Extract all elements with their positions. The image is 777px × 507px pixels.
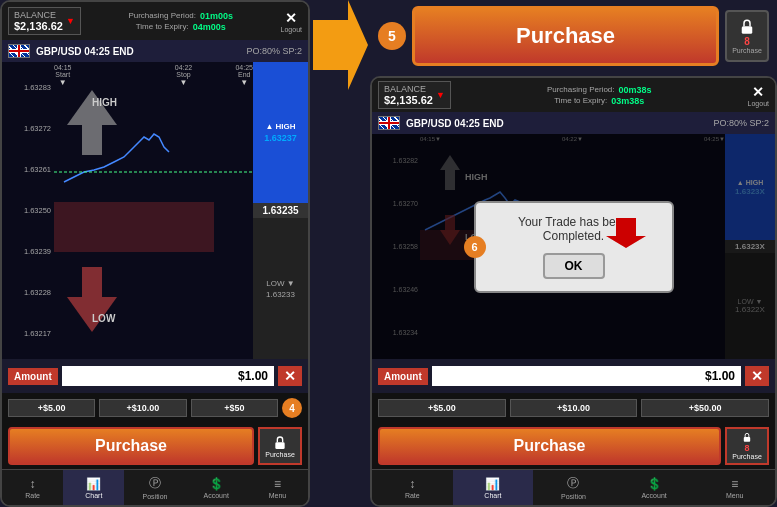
nav-chart-right[interactable]: 📊 Chart — [453, 470, 534, 505]
amount-input-right[interactable] — [432, 366, 741, 386]
lock-icon-top — [738, 18, 756, 36]
nav-position-right[interactable]: Ⓟ Position — [533, 470, 614, 505]
amount-row-left: Amount ✕ — [2, 359, 308, 393]
high-badge: ▲ HIGH — [265, 122, 295, 131]
price-7: 1.63217 — [2, 329, 54, 338]
lock-count-top: 8 — [744, 36, 750, 47]
balance-label: BALANCE — [14, 10, 63, 20]
right-phone: BALANCE $2,135.62 ▼ Purchasing Period: 0… — [370, 76, 777, 507]
price-low-box: LOW ▼ 1.63233 — [253, 218, 308, 359]
position-label-left: Position — [143, 493, 168, 500]
price-5: 1.63239 — [2, 247, 54, 256]
balance-arrow-icon-right: ▼ — [436, 90, 445, 100]
balance-arrow-icon: ▼ — [66, 16, 75, 26]
expiry-row-right: Time to Expiry: 03m38s — [554, 96, 644, 106]
purchasing-period-label-right: Purchasing Period: — [547, 85, 615, 94]
step5-badge: 5 — [378, 22, 406, 50]
lock-label-right: Purchase — [732, 453, 762, 460]
balance-label-right: BALANCE — [384, 84, 433, 94]
price-box: ▲ HIGH 1.63237 1.63235 LOW ▼ 1.63233 — [253, 62, 308, 359]
purchase-button-left[interactable]: Purchase — [8, 427, 254, 465]
purchasing-period-row-right: Purchasing Period: 00m38s — [547, 85, 652, 95]
bottom-nav-left: ↕ Rate 📊 Chart Ⓟ Position 💲 Account ≡ Me… — [2, 469, 308, 505]
right-outer: 5 Purchase 8 Purchase BALANCE $2,135.62 … — [370, 0, 777, 507]
rate-icon-left: ↕ — [30, 477, 36, 491]
position-icon-left: Ⓟ — [149, 475, 161, 492]
nav-rate-right[interactable]: ↕ Rate — [372, 470, 453, 505]
svg-marker-3 — [313, 0, 368, 90]
balance-box: BALANCE $2,136.62 ▼ — [8, 7, 81, 35]
quick-btn-10-right[interactable]: +$10.00 — [510, 399, 638, 417]
big-purchase-button[interactable]: Purchase — [412, 6, 719, 66]
time-markers: 04:15 Start ▼ 04:22 Stop ▼ 04:25 End ▼ — [54, 64, 253, 84]
quick-btns-right: +$5.00 +$10.00 +$50.00 — [372, 393, 775, 423]
logout-label: Logout — [281, 26, 302, 33]
nav-account-left[interactable]: 💲 Account — [186, 470, 247, 505]
nav-chart-left[interactable]: 📊 Chart — [63, 470, 124, 505]
expiry-label: Time to Expiry: — [136, 22, 189, 31]
purchase-row-left: Purchase Purchase — [2, 423, 308, 469]
modal-ok-area: OK — [492, 253, 656, 279]
account-icon-right: 💲 — [647, 477, 662, 491]
uk-flag-icon-right — [378, 116, 400, 130]
nav-position-left[interactable]: Ⓟ Position — [124, 470, 185, 505]
quick-btn-10-left[interactable]: +$10.00 — [99, 399, 186, 417]
chart-icon-left: 📊 — [86, 477, 101, 491]
amount-clear-button-right[interactable]: ✕ — [745, 366, 769, 386]
nav-menu-right[interactable]: ≡ Menu — [694, 470, 775, 505]
amount-clear-button-left[interactable]: ✕ — [278, 366, 302, 386]
nav-rate-left[interactable]: ↕ Rate — [2, 470, 63, 505]
lock-count-right: 8 — [744, 443, 749, 453]
account-icon-left: 💲 — [209, 477, 224, 491]
middle-arrow — [310, 0, 370, 90]
amount-label-left: Amount — [8, 368, 58, 385]
quick-btn-5-right[interactable]: +$5.00 — [378, 399, 506, 417]
account-label-left: Account — [204, 492, 229, 499]
step4-badge: 4 — [282, 398, 302, 418]
svg-rect-4 — [742, 26, 753, 34]
top-bar-right: BALANCE $2,135.62 ▼ Purchasing Period: 0… — [372, 78, 775, 112]
position-icon-right: Ⓟ — [567, 475, 579, 492]
modal-overlay: 6 Your Trade has been Completed. OK — [372, 134, 775, 359]
chart-label-right: Chart — [484, 492, 501, 499]
lock-icon-right — [739, 432, 755, 443]
big-up-arrow — [62, 82, 122, 162]
amount-row-right: Amount ✕ — [372, 359, 775, 393]
price-4: 1.63250 — [2, 206, 54, 215]
price-3: 1.63261 — [2, 165, 54, 174]
chart-icon-right: 📊 — [485, 477, 500, 491]
quick-btn-5-left[interactable]: +$5.00 — [8, 399, 95, 417]
step6-badge: 6 — [464, 236, 486, 258]
modal-dialog: 6 Your Trade has been Completed. OK — [474, 201, 674, 293]
purchasing-period-value: 01m00s — [200, 11, 233, 21]
chart-label-left: Chart — [85, 492, 102, 499]
menu-label-right: Menu — [726, 492, 744, 499]
rate-icon-right: ↕ — [409, 477, 415, 491]
expiry-value: 04m00s — [193, 22, 226, 32]
svg-rect-0 — [54, 202, 214, 252]
step6-area: 6 — [464, 236, 486, 258]
lock-purchase-button-left[interactable]: Purchase — [258, 427, 302, 465]
position-label-right: Position — [561, 493, 586, 500]
modal-ok-button[interactable]: OK — [543, 253, 605, 279]
purchasing-period-value-right: 00m38s — [619, 85, 652, 95]
quick-btn-50-right[interactable]: +$50.00 — [641, 399, 769, 417]
quick-btn-50-left[interactable]: +$50 — [191, 399, 278, 417]
price-1: 1.63283 — [2, 83, 54, 92]
balance-value: $2,136.62 — [14, 20, 63, 32]
logout-button[interactable]: ✕ Logout — [281, 10, 302, 33]
top-bar-left: BALANCE $2,136.62 ▼ Purchasing Period: 0… — [2, 2, 308, 40]
amount-input-left[interactable] — [62, 366, 274, 386]
lock-purchase-button-top[interactable]: 8 Purchase — [725, 10, 769, 62]
currency-pair-right: GBP/USD 04:25 END — [406, 118, 504, 129]
purchase-button-right[interactable]: Purchase — [378, 427, 721, 465]
rate-label-right: Rate — [405, 492, 420, 499]
nav-menu-left[interactable]: ≡ Menu — [247, 470, 308, 505]
low-badge: LOW ▼ — [266, 279, 294, 288]
purchasing-period-row: Purchasing Period: 01m00s — [128, 11, 233, 21]
lock-purchase-button-right[interactable]: 8 Purchase — [725, 427, 769, 465]
nav-account-right[interactable]: 💲 Account — [614, 470, 695, 505]
logout-button-right[interactable]: ✕ Logout — [748, 84, 769, 107]
lock-area-right: 8 Purchase — [725, 10, 769, 62]
po-sp-left: PO:80% SP:2 — [246, 46, 302, 56]
